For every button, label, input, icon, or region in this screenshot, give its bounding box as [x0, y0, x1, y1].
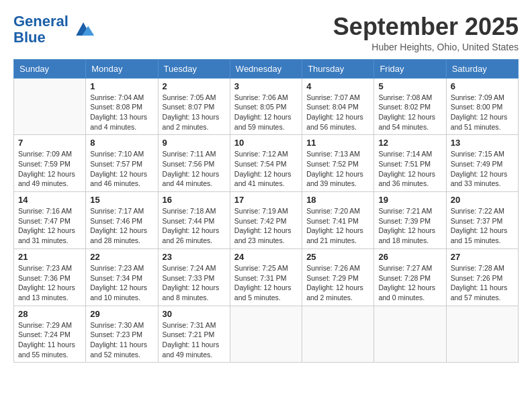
day-info: Sunrise: 7:09 AMSunset: 7:59 PMDaylight:…: [18, 149, 81, 189]
day-info: Sunrise: 7:13 AMSunset: 7:52 PMDaylight:…: [306, 149, 369, 189]
day-number: 5: [378, 81, 441, 91]
day-info: Sunrise: 7:05 AMSunset: 8:07 PMDaylight:…: [163, 93, 226, 132]
day-info: Sunrise: 7:24 AMSunset: 7:33 PMDaylight:…: [163, 263, 226, 303]
calendar-table: SundayMondayTuesdayWednesdayThursdayFrid…: [13, 59, 519, 363]
day-info: Sunrise: 7:27 AMSunset: 7:28 PMDaylight:…: [378, 263, 441, 303]
day-info: Sunrise: 7:22 AMSunset: 7:37 PMDaylight:…: [451, 206, 514, 246]
day-info: Sunrise: 7:12 AMSunset: 7:54 PMDaylight:…: [234, 149, 298, 189]
day-number: 15: [90, 195, 153, 205]
day-number: 20: [451, 195, 514, 205]
calendar-cell: 22Sunrise: 7:23 AMSunset: 7:34 PMDayligh…: [86, 248, 158, 306]
day-number: 22: [90, 252, 153, 262]
day-number: 19: [378, 195, 441, 205]
day-info: Sunrise: 7:06 AMSunset: 8:05 PMDaylight:…: [234, 93, 298, 132]
day-info: Sunrise: 7:25 AMSunset: 7:31 PMDaylight:…: [234, 263, 298, 303]
day-number: 4: [306, 81, 369, 91]
day-number: 13: [451, 138, 514, 148]
col-header-tuesday: Tuesday: [158, 59, 230, 78]
day-number: 1: [90, 81, 153, 91]
calendar-cell: 19Sunrise: 7:21 AMSunset: 7:39 PMDayligh…: [374, 192, 446, 249]
calendar-cell: 27Sunrise: 7:28 AMSunset: 7:26 PMDayligh…: [446, 248, 518, 306]
calendar-cell: [230, 306, 302, 363]
page-header: General Blue September 2025 Huber Height…: [13, 13, 519, 52]
calendar-cell: 14Sunrise: 7:16 AMSunset: 7:47 PMDayligh…: [14, 192, 86, 249]
day-number: 8: [90, 138, 153, 148]
day-info: Sunrise: 7:19 AMSunset: 7:42 PMDaylight:…: [234, 206, 298, 246]
day-info: Sunrise: 7:09 AMSunset: 8:00 PMDaylight:…: [451, 93, 514, 132]
calendar-cell: 20Sunrise: 7:22 AMSunset: 7:37 PMDayligh…: [446, 192, 518, 249]
calendar-cell: 25Sunrise: 7:26 AMSunset: 7:29 PMDayligh…: [302, 248, 374, 306]
location: Huber Heights, Ohio, United States: [333, 42, 519, 52]
day-number: 12: [378, 138, 441, 148]
day-info: Sunrise: 7:28 AMSunset: 7:26 PMDaylight:…: [451, 263, 514, 303]
day-number: 23: [163, 252, 226, 262]
calendar-cell: 26Sunrise: 7:27 AMSunset: 7:28 PMDayligh…: [374, 248, 446, 306]
calendar-cell: 10Sunrise: 7:12 AMSunset: 7:54 PMDayligh…: [230, 135, 302, 192]
day-info: Sunrise: 7:21 AMSunset: 7:39 PMDaylight:…: [378, 206, 441, 246]
calendar-cell: 2Sunrise: 7:05 AMSunset: 8:07 PMDaylight…: [158, 78, 230, 135]
calendar-header-row: SundayMondayTuesdayWednesdayThursdayFrid…: [14, 59, 519, 78]
calendar-cell: 9Sunrise: 7:11 AMSunset: 7:56 PMDaylight…: [158, 135, 230, 192]
day-number: 25: [306, 252, 369, 262]
day-number: 6: [451, 81, 514, 91]
calendar-cell: 17Sunrise: 7:19 AMSunset: 7:42 PMDayligh…: [230, 192, 302, 249]
calendar-cell: [446, 306, 518, 363]
calendar-cell: 5Sunrise: 7:08 AMSunset: 8:02 PMDaylight…: [374, 78, 446, 135]
day-info: Sunrise: 7:26 AMSunset: 7:29 PMDaylight:…: [306, 263, 369, 303]
calendar-cell: 1Sunrise: 7:04 AMSunset: 8:08 PMDaylight…: [86, 78, 158, 135]
day-number: 2: [163, 81, 226, 91]
calendar-cell: 13Sunrise: 7:15 AMSunset: 7:49 PMDayligh…: [446, 135, 518, 192]
day-number: 9: [163, 138, 226, 148]
month-title: September 2025: [333, 13, 519, 40]
calendar-cell: 15Sunrise: 7:17 AMSunset: 7:46 PMDayligh…: [86, 192, 158, 249]
day-number: 29: [90, 309, 153, 319]
day-info: Sunrise: 7:07 AMSunset: 8:04 PMDaylight:…: [306, 93, 369, 132]
day-number: 3: [234, 81, 298, 91]
day-number: 10: [234, 138, 298, 148]
day-info: Sunrise: 7:23 AMSunset: 7:34 PMDaylight:…: [90, 263, 153, 303]
col-header-sunday: Sunday: [14, 59, 86, 78]
day-info: Sunrise: 7:31 AMSunset: 7:21 PMDaylight:…: [163, 320, 226, 360]
day-number: 30: [163, 309, 226, 319]
calendar-cell: 3Sunrise: 7:06 AMSunset: 8:05 PMDaylight…: [230, 78, 302, 135]
day-info: Sunrise: 7:04 AMSunset: 8:08 PMDaylight:…: [90, 93, 153, 132]
logo: General Blue: [13, 13, 95, 46]
day-number: 24: [234, 252, 298, 262]
calendar-cell: 8Sunrise: 7:10 AMSunset: 7:57 PMDaylight…: [86, 135, 158, 192]
calendar-cell: 30Sunrise: 7:31 AMSunset: 7:21 PMDayligh…: [158, 306, 230, 363]
col-header-saturday: Saturday: [446, 59, 518, 78]
day-info: Sunrise: 7:14 AMSunset: 7:51 PMDaylight:…: [378, 149, 441, 189]
calendar-cell: 18Sunrise: 7:20 AMSunset: 7:41 PMDayligh…: [302, 192, 374, 249]
day-info: Sunrise: 7:08 AMSunset: 8:02 PMDaylight:…: [378, 93, 441, 132]
col-header-thursday: Thursday: [302, 59, 374, 78]
day-info: Sunrise: 7:23 AMSunset: 7:36 PMDaylight:…: [18, 263, 81, 303]
day-info: Sunrise: 7:18 AMSunset: 7:44 PMDaylight:…: [163, 206, 226, 246]
calendar-cell: [302, 306, 374, 363]
calendar-cell: 6Sunrise: 7:09 AMSunset: 8:00 PMDaylight…: [446, 78, 518, 135]
logo-general: General: [13, 13, 69, 30]
day-info: Sunrise: 7:17 AMSunset: 7:46 PMDaylight:…: [90, 206, 153, 246]
day-number: 27: [451, 252, 514, 262]
day-info: Sunrise: 7:10 AMSunset: 7:57 PMDaylight:…: [90, 149, 153, 189]
calendar-week-row: 1Sunrise: 7:04 AMSunset: 8:08 PMDaylight…: [14, 78, 519, 135]
day-number: 28: [18, 309, 81, 319]
col-header-wednesday: Wednesday: [230, 59, 302, 78]
col-header-friday: Friday: [374, 59, 446, 78]
day-info: Sunrise: 7:29 AMSunset: 7:24 PMDaylight:…: [18, 320, 81, 360]
calendar-cell: 29Sunrise: 7:30 AMSunset: 7:23 PMDayligh…: [86, 306, 158, 363]
day-number: 14: [18, 195, 81, 205]
day-info: Sunrise: 7:20 AMSunset: 7:41 PMDaylight:…: [306, 206, 369, 246]
calendar-cell: 23Sunrise: 7:24 AMSunset: 7:33 PMDayligh…: [158, 248, 230, 306]
day-info: Sunrise: 7:16 AMSunset: 7:47 PMDaylight:…: [18, 206, 81, 246]
day-info: Sunrise: 7:15 AMSunset: 7:49 PMDaylight:…: [451, 149, 514, 189]
day-number: 11: [306, 138, 369, 148]
day-number: 21: [18, 252, 81, 262]
calendar-cell: [14, 78, 86, 135]
calendar-cell: 11Sunrise: 7:13 AMSunset: 7:52 PMDayligh…: [302, 135, 374, 192]
day-number: 7: [18, 138, 81, 148]
calendar-cell: 4Sunrise: 7:07 AMSunset: 8:04 PMDaylight…: [302, 78, 374, 135]
calendar-cell: 28Sunrise: 7:29 AMSunset: 7:24 PMDayligh…: [14, 306, 86, 363]
calendar-cell: 7Sunrise: 7:09 AMSunset: 7:59 PMDaylight…: [14, 135, 86, 192]
logo-blue: Blue: [13, 30, 69, 46]
title-block: September 2025 Huber Heights, Ohio, Unit…: [333, 13, 519, 52]
